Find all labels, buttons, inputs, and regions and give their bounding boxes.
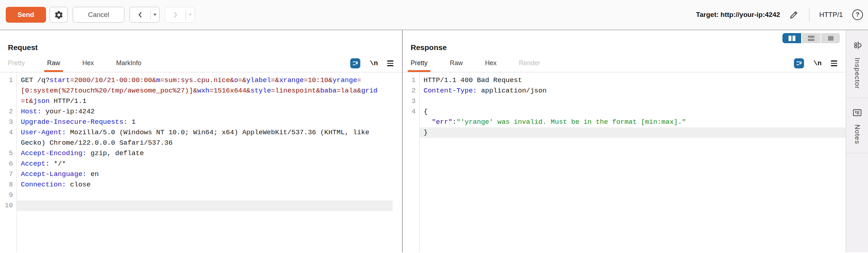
editor-line[interactable]: 5Accept-Encoding: gzip, deflate [0, 148, 393, 159]
line-number: 1 [403, 75, 419, 86]
code-text [17, 200, 393, 211]
response-tabs: PrettyRawHexRender [403, 59, 794, 72]
tab-markinfo[interactable]: MarkInfo [116, 59, 141, 72]
line-number: 8 [0, 180, 17, 190]
editor-line[interactable]: 4{ [403, 107, 846, 117]
editor-line[interactable]: } [403, 127, 846, 138]
code-text: } [419, 127, 846, 138]
line-number: 5 [0, 148, 17, 159]
code-text: { [419, 107, 846, 117]
rows-layout-icon [808, 36, 814, 41]
line-number: 3 [403, 96, 419, 107]
layout-toggle-group [782, 33, 840, 43]
sidebar-tab-inspector[interactable]: Inspector [846, 30, 868, 98]
code-text: Accept-Encoding: gzip, deflate [17, 148, 393, 159]
layout-columns-button[interactable] [782, 33, 801, 43]
line-number: 7 [0, 169, 17, 180]
editor-line[interactable]: 1GET /q?start=2000/10/21-00:00:00&m=sum:… [0, 75, 393, 86]
code-text: Upgrade-Insecure-Requests: 1 [17, 117, 393, 127]
http-version-selector[interactable]: HTTP/1 [819, 11, 843, 19]
line-number: 4 [0, 127, 17, 138]
line-number: 9 [0, 190, 17, 200]
back-history-dropdown[interactable] [151, 7, 159, 22]
pencil-icon [789, 10, 799, 20]
editor-line[interactable]: 2Content-Type: application/json [403, 86, 846, 96]
code-text: [0:system(%27touch%20/tmp/awesome_poc%27… [17, 86, 393, 96]
sidebar-tab-notes[interactable]: Notes [846, 98, 868, 153]
response-header: Response PrettyRawHexRender \n [403, 30, 846, 72]
editor-line[interactable]: 1HTTP/1.1 400 Bad Request [403, 75, 846, 86]
request-title: Request [0, 43, 402, 52]
line-number [403, 117, 419, 127]
sidebar-tab-label: Inspector [853, 58, 861, 89]
line-number: 1 [0, 75, 17, 86]
editor-menu-icon[interactable] [831, 60, 837, 66]
code-text: Accept: */* [17, 159, 393, 169]
line-number: 2 [403, 86, 419, 96]
back-button[interactable] [129, 7, 160, 23]
editor-line[interactable]: "err":"'yrange' was invalid. Must be in … [403, 117, 846, 127]
send-button[interactable]: Send [6, 7, 46, 23]
code-text: "err":"'yrange' was invalid. Must be in … [419, 117, 846, 127]
gutter-divider [419, 72, 420, 252]
single-layout-icon [828, 36, 833, 41]
layout-single-button[interactable] [821, 33, 840, 43]
response-title: Response [403, 43, 846, 52]
tab-hex[interactable]: Hex [485, 59, 497, 72]
tab-raw[interactable]: Raw [450, 59, 463, 72]
line-number: 10 [0, 200, 17, 211]
help-button[interactable]: ? [852, 9, 863, 20]
send-settings-button[interactable] [50, 7, 68, 23]
word-wrap-toggle[interactable] [794, 58, 804, 68]
forward-history-dropdown [186, 7, 195, 22]
chevron-right-icon [165, 7, 186, 22]
tab-pretty[interactable]: Pretty [411, 59, 428, 72]
response-panel: Response PrettyRawHexRender \n [403, 30, 846, 252]
sidebar-tab-label: Notes [853, 125, 861, 144]
cancel-button[interactable]: Cancel [73, 7, 124, 23]
request-tabs: PrettyRawHexMarkInfo [0, 59, 350, 72]
editor-line[interactable]: [0:system(%27touch%20/tmp/awesome_poc%27… [0, 86, 393, 96]
editor-menu-icon[interactable] [387, 60, 393, 66]
tab-raw[interactable]: Raw [47, 59, 60, 72]
layout-rows-button[interactable] [802, 33, 821, 43]
wrap-icon [796, 60, 802, 67]
code-text: GET /q?start=2000/10/21-00:00:00&m=sum:s… [17, 75, 393, 86]
word-wrap-toggle[interactable] [350, 58, 360, 68]
code-text: HTTP/1.1 400 Bad Request [419, 75, 846, 86]
response-editor[interactable]: 1HTTP/1.1 400 Bad Request2Content-Type: … [403, 72, 846, 252]
line-number: 3 [0, 117, 17, 127]
line-number: 6 [0, 159, 17, 169]
editor-line[interactable]: 6Accept: */* [0, 159, 393, 169]
editor-line[interactable]: 8Connection: close [0, 180, 393, 190]
gutter-divider [17, 72, 17, 252]
request-editor[interactable]: 1GET /q?start=2000/10/21-00:00:00&m=sum:… [0, 72, 402, 252]
editor-line[interactable]: 9 [0, 190, 393, 200]
request-header: Request PrettyRawHexMarkInfo \n [0, 30, 402, 72]
line-number: 2 [0, 107, 17, 117]
right-sidebar: Inspector Notes [846, 30, 868, 252]
target-label: Target: http://your-ip:4242 [696, 11, 780, 19]
columns-layout-icon [789, 36, 795, 41]
code-text: Accept-Language: en [17, 169, 393, 180]
request-panel: Request PrettyRawHexMarkInfo \n [0, 30, 403, 252]
line-number [403, 127, 419, 138]
editor-line[interactable]: =t&json HTTP/1.1 [0, 96, 393, 107]
detective-icon [851, 40, 863, 58]
editor-line[interactable]: 4User-Agent: Mozilla/5.0 (Windows NT 10.… [0, 127, 393, 138]
editor-line[interactable]: 10 [0, 200, 393, 211]
editor-line[interactable]: 7Accept-Language: en [0, 169, 393, 180]
line-number: 4 [403, 107, 419, 117]
editor-line[interactable]: 2Host: your-ip:4242 [0, 107, 393, 117]
chevron-left-icon [130, 7, 150, 22]
show-newlines-toggle[interactable]: \n [813, 59, 822, 67]
notes-icon [852, 107, 863, 125]
editor-line[interactable]: 3 [403, 96, 846, 107]
code-text: Connection: close [17, 180, 393, 190]
tab-hex[interactable]: Hex [82, 59, 94, 72]
editor-line[interactable]: Gecko) Chrome/122.0.0.0 Safari/537.36 [0, 138, 393, 148]
show-newlines-toggle[interactable]: \n [370, 59, 378, 67]
editor-line[interactable]: 3Upgrade-Insecure-Requests: 1 [0, 117, 393, 127]
line-number [0, 138, 17, 148]
edit-target-button[interactable] [789, 10, 799, 20]
